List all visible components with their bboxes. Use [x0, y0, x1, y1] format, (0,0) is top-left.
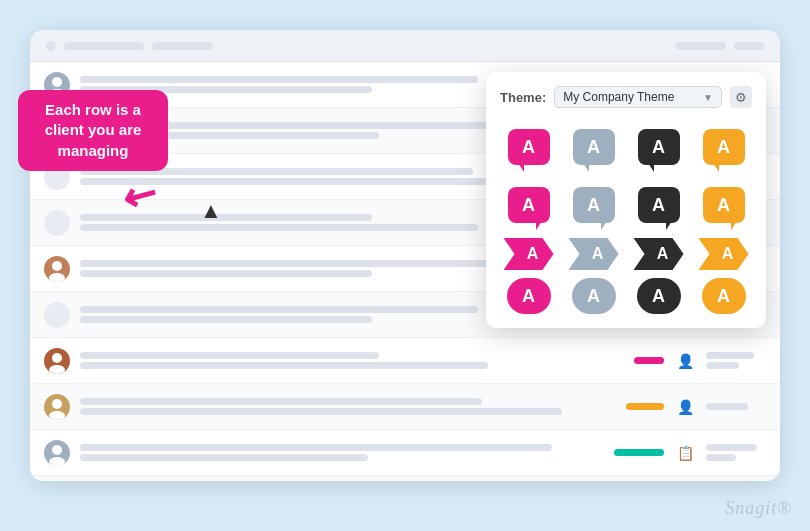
svg-point-4 [52, 353, 62, 363]
avatar [44, 302, 70, 328]
topbar-bar-4 [734, 42, 764, 50]
icon-cell-pink-chevron[interactable]: A [500, 238, 557, 270]
icon-cell-yellow-pill[interactable]: A [695, 278, 752, 314]
row-right-info [706, 403, 766, 410]
topbar-bar-3 [676, 42, 726, 50]
gear-icon: ⚙ [735, 90, 747, 105]
svg-point-0 [52, 77, 62, 87]
table-row[interactable]: 👤 [30, 338, 780, 384]
icon-cell-gray-chevron[interactable]: A [565, 238, 622, 270]
status-bar [626, 403, 664, 410]
icon-cell-black-bubble[interactable]: A [630, 122, 687, 172]
status-bar [614, 449, 664, 456]
table-row[interactable]: 👤 [30, 384, 780, 430]
icon-cell-gray-pill[interactable]: A [565, 278, 622, 314]
top-bar [30, 30, 780, 62]
icon-cell-yellow-bubble-arrow[interactable]: A [695, 180, 752, 230]
row-info [80, 444, 604, 461]
cursor-icon: ▲ [200, 198, 222, 224]
callout-annotation: Each row is a client you are managing ↙ [18, 90, 168, 171]
row-right-info [706, 352, 766, 369]
dropdown-arrow-icon: ▼ [703, 92, 713, 103]
row-info [80, 352, 624, 369]
svg-point-8 [52, 445, 62, 455]
theme-popup: Theme: My Company Theme ▼ ⚙ A A [486, 72, 766, 328]
icon-cell-yellow-chevron[interactable]: A [695, 238, 752, 270]
theme-label: Theme: [500, 90, 546, 105]
topbar-bar-2 [152, 42, 212, 50]
icon-cell-pink-bubble[interactable]: A [500, 122, 557, 172]
row-icon: 👤 [674, 396, 696, 418]
callout-text: Each row is a client you are managing [45, 101, 142, 159]
icon-cell-black-bubble-arrow[interactable]: A [630, 180, 687, 230]
avatar [44, 348, 70, 374]
icon-grid: A A A A [500, 122, 752, 314]
svg-point-5 [49, 365, 65, 374]
theme-select-dropdown[interactable]: My Company Theme ▼ [554, 86, 722, 108]
table-row[interactable]: 👤 [30, 476, 780, 481]
avatar [44, 210, 70, 236]
svg-point-3 [49, 273, 65, 282]
snagit-watermark: Snagit® [725, 498, 792, 519]
row-info [80, 398, 616, 415]
avatar [44, 394, 70, 420]
theme-header: Theme: My Company Theme ▼ ⚙ [500, 86, 752, 108]
icon-cell-black-pill[interactable]: A [630, 278, 687, 314]
icon-cell-yellow-bubble[interactable]: A [695, 122, 752, 172]
table-row[interactable]: 📋 [30, 430, 780, 476]
avatar [44, 256, 70, 282]
avatar [44, 440, 70, 466]
row-right-info [706, 444, 766, 461]
topbar-dot-1 [46, 41, 56, 51]
icon-cell-pink-pill[interactable]: A [500, 278, 557, 314]
icon-cell-gray-bubble[interactable]: A [565, 122, 622, 172]
icon-cell-pink-bubble-arrow[interactable]: A [500, 180, 557, 230]
icon-cell-black-chevron[interactable]: A [630, 238, 687, 270]
theme-gear-button[interactable]: ⚙ [730, 86, 752, 108]
theme-select-value: My Company Theme [563, 90, 674, 104]
svg-point-6 [52, 399, 62, 409]
icon-cell-gray-bubble-arrow[interactable]: A [565, 180, 622, 230]
row-icon: 👤 [674, 350, 696, 372]
svg-point-7 [49, 411, 65, 420]
svg-point-2 [52, 261, 62, 271]
topbar-bar-1 [64, 42, 144, 50]
svg-point-9 [49, 457, 65, 466]
status-bar [634, 357, 664, 364]
row-icon: 📋 [674, 442, 696, 464]
